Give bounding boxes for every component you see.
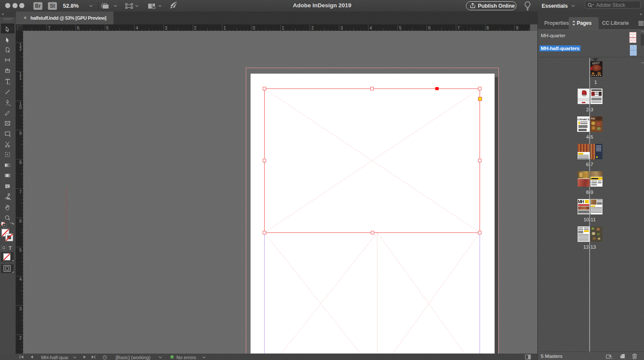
svg-text:9: 9 — [19, 131, 22, 136]
svg-text:1: 1 — [282, 26, 284, 30]
svg-text:1: 1 — [224, 26, 226, 30]
svg-text:2: 2 — [194, 26, 197, 30]
svg-text:1: 1 — [19, 76, 22, 80]
svg-text:4: 4 — [19, 277, 22, 282]
svg-text:2: 2 — [19, 47, 22, 51]
svg-text:8: 8 — [19, 160, 22, 165]
svg-text:4: 4 — [136, 26, 138, 30]
svg-text:3: 3 — [340, 26, 343, 30]
svg-text:T: T — [9, 245, 12, 251]
svg-text:5: 5 — [19, 248, 22, 253]
svg-text:3: 3 — [165, 26, 167, 30]
svg-text:8: 8 — [486, 26, 489, 30]
svg-text:5: 5 — [106, 26, 109, 30]
svg-text:3: 3 — [19, 306, 22, 311]
svg-text:»: » — [2, 12, 4, 16]
svg-text:7: 7 — [457, 26, 460, 30]
svg-text:7: 7 — [19, 190, 22, 194]
svg-text:0: 0 — [253, 26, 255, 30]
svg-text:0: 0 — [19, 105, 22, 110]
svg-text:5: 5 — [399, 26, 402, 30]
svg-text:7: 7 — [48, 26, 51, 30]
svg-text:6: 6 — [428, 26, 431, 30]
svg-text:2: 2 — [19, 336, 22, 340]
svg-text:9: 9 — [516, 26, 519, 30]
svg-text:4: 4 — [370, 26, 372, 30]
svg-text:6: 6 — [19, 219, 22, 223]
svg-text:2: 2 — [311, 26, 314, 30]
svg-text:6: 6 — [77, 26, 80, 30]
